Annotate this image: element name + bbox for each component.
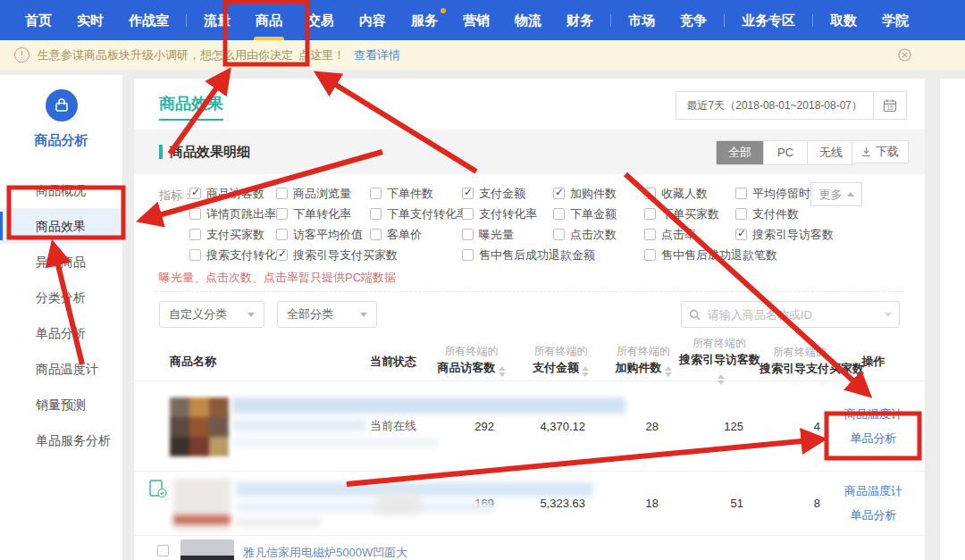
sidebar-item-sales-forecast[interactable]: 销量预测 — [0, 387, 122, 422]
sidebar-item-single-product-service[interactable]: 单品服务分析 — [0, 422, 122, 458]
product-search-box[interactable] — [681, 301, 900, 328]
product-title[interactable]: 雅凡信家用电磁炉5000W凹面大 — [243, 545, 407, 560]
indicator-checkbox[interactable] — [189, 188, 201, 199]
indicator-checkbox[interactable] — [276, 249, 288, 261]
indicator-item[interactable]: 搜索支付转化率 — [189, 245, 276, 265]
sidebar-item-abnormal-products[interactable]: 异常商品 — [0, 244, 122, 280]
indicator-item[interactable]: 下单买家数 — [644, 204, 735, 224]
indicator-item[interactable]: 下单件数 — [370, 183, 462, 204]
nav-item-finance[interactable]: 财务 — [554, 0, 606, 40]
nav-item-war-room[interactable]: 作战室 — [116, 0, 181, 40]
indicator-item[interactable]: 支付金额 — [462, 183, 553, 204]
indicator-item[interactable]: 支付件数 — [735, 204, 878, 224]
indicator-item[interactable]: 售中售后成功退款金额 — [462, 245, 553, 265]
more-indicators-button[interactable]: 更多 — [810, 182, 862, 206]
indicator-item[interactable]: 收藏人数 — [644, 183, 735, 204]
calendar-icon[interactable]: 15 — [873, 92, 906, 119]
indicator-checkbox[interactable] — [462, 249, 474, 261]
indicator-item[interactable]: 曝光量 — [462, 224, 553, 245]
nav-item-business-zone[interactable]: 业务专区 — [729, 0, 808, 40]
indicator-item[interactable]: 访客平均价值 — [276, 224, 370, 245]
nav-item-content[interactable]: 内容 — [347, 0, 399, 40]
indicator-checkbox[interactable] — [462, 188, 474, 199]
indicator-checkbox[interactable] — [189, 229, 201, 240]
nav-item-service[interactable]: 服务 — [399, 0, 450, 40]
indicator-item[interactable]: 搜索引导访客数 — [735, 224, 878, 245]
single-product-analysis-link[interactable]: 单品分析 — [851, 507, 897, 523]
sort-icon[interactable] — [665, 366, 672, 377]
indicator-item[interactable]: 搜索引导支付买家数 — [276, 245, 370, 265]
col-search-visitors[interactable]: 所有终端的 搜索引导访客数 — [679, 336, 759, 385]
indicator-item[interactable]: 下单金额 — [553, 204, 644, 224]
indicator-checkbox[interactable] — [553, 208, 565, 220]
product-thermometer-link[interactable]: 商品温度计 — [844, 406, 902, 422]
indicator-checkbox[interactable] — [189, 249, 201, 261]
indicator-item[interactable]: 点击率 — [644, 224, 735, 245]
col-search-buyers[interactable]: 所有终端的 搜索引导支付买家数 — [759, 345, 840, 376]
indicator-checkbox[interactable] — [644, 229, 656, 240]
indicator-item[interactable]: 商品访客数 — [189, 183, 276, 204]
notice-detail-link[interactable]: 查看详情 — [354, 47, 400, 63]
sidebar-item-category-analysis[interactable]: 分类分析 — [0, 280, 122, 315]
custom-category-select[interactable]: 自定义分类 — [159, 301, 264, 328]
product-thermometer-link[interactable]: 商品温度计 — [844, 483, 902, 499]
sidebar-item-product-thermometer[interactable]: 商品温度计 — [0, 351, 122, 387]
indicator-checkbox[interactable] — [276, 208, 288, 220]
indicator-checkbox[interactable] — [189, 208, 201, 220]
tab-all[interactable]: 全部 — [717, 141, 764, 164]
indicator-item[interactable]: 支付转化率 — [462, 204, 553, 224]
indicator-checkbox[interactable] — [644, 249, 656, 261]
indicator-item[interactable]: 商品浏览量 — [276, 183, 370, 204]
indicator-checkbox[interactable] — [462, 229, 474, 240]
close-icon[interactable] — [898, 48, 911, 64]
indicator-checkbox[interactable] — [276, 229, 288, 240]
nav-item-traffic[interactable]: 流量 — [191, 0, 243, 40]
nav-item-trade[interactable]: 交易 — [295, 0, 347, 40]
indicator-checkbox[interactable] — [370, 208, 382, 220]
sort-icon[interactable] — [499, 366, 506, 377]
tab-pc[interactable]: PC — [764, 141, 808, 164]
nav-item-product[interactable]: 商品 — [243, 0, 295, 40]
indicator-checkbox[interactable] — [735, 188, 747, 199]
indicator-item[interactable]: 点击次数 — [553, 224, 644, 245]
nav-item-marketing[interactable]: 营销 — [450, 0, 502, 40]
indicator-checkbox[interactable] — [553, 229, 565, 240]
nav-item-home[interactable]: 首页 — [13, 0, 64, 40]
indicator-item[interactable]: 售中售后成功退款笔数 — [644, 245, 735, 265]
sort-icon[interactable] — [582, 366, 589, 377]
download-button[interactable]: 下载 — [852, 140, 909, 163]
indicator-checkbox[interactable] — [553, 188, 565, 199]
indicator-item[interactable]: 客单价 — [370, 224, 462, 245]
nav-item-market[interactable]: 市场 — [616, 0, 667, 40]
sidebar-item-single-product-analysis[interactable]: 单品分析 — [0, 315, 122, 351]
nav-item-academy[interactable]: 学院 — [869, 0, 921, 40]
indicator-item[interactable]: 下单转化率 — [276, 204, 370, 224]
date-range-picker[interactable]: 最近7天（2018-08-01~2018-08-07） 15 — [676, 91, 907, 120]
indicator-checkbox[interactable] — [735, 208, 747, 220]
sidebar-item-product-overview[interactable]: 商品概况 — [0, 172, 122, 208]
nav-item-data-fetch[interactable]: 取数 — [818, 0, 869, 40]
col-payment[interactable]: 所有终端的 支付金额 — [514, 344, 608, 377]
nav-item-logistics[interactable]: 物流 — [502, 0, 554, 40]
nav-item-competition[interactable]: 竞争 — [667, 0, 719, 40]
search-input[interactable] — [706, 307, 879, 322]
indicator-item[interactable]: 支付买家数 — [189, 224, 276, 245]
single-product-analysis-link[interactable]: 单品分析 — [851, 430, 897, 447]
col-cart-items[interactable]: 所有终端的 加购件数 — [608, 344, 679, 377]
indicator-item[interactable]: 加购件数 — [553, 183, 644, 204]
indicator-checkbox[interactable] — [370, 229, 382, 240]
col-visitors[interactable]: 所有终端的 商品访客数 — [429, 344, 514, 377]
tab-wireless[interactable]: 无线 — [808, 141, 854, 164]
indicator-checkbox[interactable] — [370, 188, 382, 199]
sidebar-item-product-effect[interactable]: 商品效果 — [0, 208, 122, 244]
nav-item-realtime[interactable]: 实时 — [64, 0, 116, 40]
indicator-checkbox[interactable] — [276, 188, 288, 199]
indicator-item[interactable]: 下单支付转化率 — [370, 204, 462, 224]
indicator-checkbox[interactable] — [462, 208, 474, 220]
indicator-checkbox[interactable] — [735, 229, 747, 240]
all-category-select[interactable]: 全部分类 — [277, 301, 377, 328]
indicator-item[interactable]: 详情页跳出率 — [189, 204, 276, 224]
indicator-checkbox[interactable] — [644, 188, 656, 199]
row-checkbox[interactable] — [157, 545, 169, 556]
indicator-checkbox[interactable] — [644, 208, 656, 220]
